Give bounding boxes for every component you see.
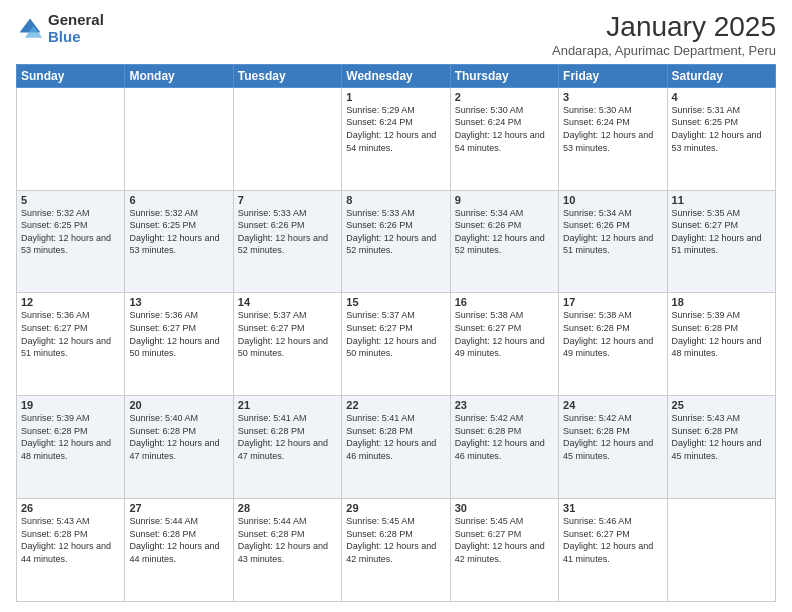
table-row: 6Sunrise: 5:32 AM Sunset: 6:25 PM Daylig… [125,190,233,293]
table-row [233,87,341,190]
table-row: 24Sunrise: 5:42 AM Sunset: 6:28 PM Dayli… [559,396,667,499]
day-info: Sunrise: 5:41 AM Sunset: 6:28 PM Dayligh… [238,412,337,462]
day-number: 2 [455,91,554,103]
table-row: 28Sunrise: 5:44 AM Sunset: 6:28 PM Dayli… [233,499,341,602]
day-info: Sunrise: 5:43 AM Sunset: 6:28 PM Dayligh… [21,515,120,565]
day-number: 15 [346,296,445,308]
day-number: 23 [455,399,554,411]
table-row: 23Sunrise: 5:42 AM Sunset: 6:28 PM Dayli… [450,396,558,499]
table-row: 12Sunrise: 5:36 AM Sunset: 6:27 PM Dayli… [17,293,125,396]
col-sunday: Sunday [17,64,125,87]
table-row [125,87,233,190]
day-info: Sunrise: 5:35 AM Sunset: 6:27 PM Dayligh… [672,207,771,257]
day-number: 31 [563,502,662,514]
table-row: 11Sunrise: 5:35 AM Sunset: 6:27 PM Dayli… [667,190,775,293]
day-info: Sunrise: 5:36 AM Sunset: 6:27 PM Dayligh… [129,309,228,359]
day-info: Sunrise: 5:34 AM Sunset: 6:26 PM Dayligh… [455,207,554,257]
table-row: 26Sunrise: 5:43 AM Sunset: 6:28 PM Dayli… [17,499,125,602]
table-row: 3Sunrise: 5:30 AM Sunset: 6:24 PM Daylig… [559,87,667,190]
day-number: 17 [563,296,662,308]
day-info: Sunrise: 5:39 AM Sunset: 6:28 PM Dayligh… [21,412,120,462]
day-number: 30 [455,502,554,514]
day-info: Sunrise: 5:37 AM Sunset: 6:27 PM Dayligh… [238,309,337,359]
table-row: 16Sunrise: 5:38 AM Sunset: 6:27 PM Dayli… [450,293,558,396]
calendar-week-1: 1Sunrise: 5:29 AM Sunset: 6:24 PM Daylig… [17,87,776,190]
day-number: 24 [563,399,662,411]
day-info: Sunrise: 5:40 AM Sunset: 6:28 PM Dayligh… [129,412,228,462]
day-info: Sunrise: 5:41 AM Sunset: 6:28 PM Dayligh… [346,412,445,462]
day-info: Sunrise: 5:42 AM Sunset: 6:28 PM Dayligh… [455,412,554,462]
day-info: Sunrise: 5:30 AM Sunset: 6:24 PM Dayligh… [455,104,554,154]
day-number: 13 [129,296,228,308]
day-info: Sunrise: 5:38 AM Sunset: 6:28 PM Dayligh… [563,309,662,359]
table-row: 21Sunrise: 5:41 AM Sunset: 6:28 PM Dayli… [233,396,341,499]
day-number: 20 [129,399,228,411]
calendar-table: Sunday Monday Tuesday Wednesday Thursday… [16,64,776,602]
day-info: Sunrise: 5:32 AM Sunset: 6:25 PM Dayligh… [129,207,228,257]
sub-title: Andarapa, Apurimac Department, Peru [552,43,776,58]
day-number: 9 [455,194,554,206]
logo-text: General Blue [48,12,104,45]
day-number: 19 [21,399,120,411]
col-tuesday: Tuesday [233,64,341,87]
title-block: January 2025 Andarapa, Apurimac Departme… [552,12,776,58]
day-number: 5 [21,194,120,206]
table-row [667,499,775,602]
day-number: 6 [129,194,228,206]
day-info: Sunrise: 5:29 AM Sunset: 6:24 PM Dayligh… [346,104,445,154]
table-row: 19Sunrise: 5:39 AM Sunset: 6:28 PM Dayli… [17,396,125,499]
col-thursday: Thursday [450,64,558,87]
table-row: 9Sunrise: 5:34 AM Sunset: 6:26 PM Daylig… [450,190,558,293]
col-friday: Friday [559,64,667,87]
logo-general-text: General [48,12,104,29]
table-row: 14Sunrise: 5:37 AM Sunset: 6:27 PM Dayli… [233,293,341,396]
table-row: 10Sunrise: 5:34 AM Sunset: 6:26 PM Dayli… [559,190,667,293]
day-info: Sunrise: 5:33 AM Sunset: 6:26 PM Dayligh… [238,207,337,257]
logo: General Blue [16,12,104,45]
table-row: 29Sunrise: 5:45 AM Sunset: 6:28 PM Dayli… [342,499,450,602]
day-info: Sunrise: 5:45 AM Sunset: 6:27 PM Dayligh… [455,515,554,565]
table-row: 1Sunrise: 5:29 AM Sunset: 6:24 PM Daylig… [342,87,450,190]
day-number: 22 [346,399,445,411]
calendar-week-5: 26Sunrise: 5:43 AM Sunset: 6:28 PM Dayli… [17,499,776,602]
day-info: Sunrise: 5:34 AM Sunset: 6:26 PM Dayligh… [563,207,662,257]
day-number: 1 [346,91,445,103]
table-row: 31Sunrise: 5:46 AM Sunset: 6:27 PM Dayli… [559,499,667,602]
day-number: 21 [238,399,337,411]
day-info: Sunrise: 5:44 AM Sunset: 6:28 PM Dayligh… [129,515,228,565]
calendar-week-2: 5Sunrise: 5:32 AM Sunset: 6:25 PM Daylig… [17,190,776,293]
table-row: 22Sunrise: 5:41 AM Sunset: 6:28 PM Dayli… [342,396,450,499]
calendar-week-4: 19Sunrise: 5:39 AM Sunset: 6:28 PM Dayli… [17,396,776,499]
calendar-week-3: 12Sunrise: 5:36 AM Sunset: 6:27 PM Dayli… [17,293,776,396]
table-row: 4Sunrise: 5:31 AM Sunset: 6:25 PM Daylig… [667,87,775,190]
day-info: Sunrise: 5:46 AM Sunset: 6:27 PM Dayligh… [563,515,662,565]
day-info: Sunrise: 5:42 AM Sunset: 6:28 PM Dayligh… [563,412,662,462]
table-row: 15Sunrise: 5:37 AM Sunset: 6:27 PM Dayli… [342,293,450,396]
day-number: 11 [672,194,771,206]
day-info: Sunrise: 5:32 AM Sunset: 6:25 PM Dayligh… [21,207,120,257]
day-number: 3 [563,91,662,103]
table-row: 13Sunrise: 5:36 AM Sunset: 6:27 PM Dayli… [125,293,233,396]
day-number: 4 [672,91,771,103]
table-row: 2Sunrise: 5:30 AM Sunset: 6:24 PM Daylig… [450,87,558,190]
table-row: 25Sunrise: 5:43 AM Sunset: 6:28 PM Dayli… [667,396,775,499]
day-number: 8 [346,194,445,206]
header: General Blue January 2025 Andarapa, Apur… [16,12,776,58]
table-row: 27Sunrise: 5:44 AM Sunset: 6:28 PM Dayli… [125,499,233,602]
table-row: 17Sunrise: 5:38 AM Sunset: 6:28 PM Dayli… [559,293,667,396]
table-row: 7Sunrise: 5:33 AM Sunset: 6:26 PM Daylig… [233,190,341,293]
day-info: Sunrise: 5:39 AM Sunset: 6:28 PM Dayligh… [672,309,771,359]
day-info: Sunrise: 5:45 AM Sunset: 6:28 PM Dayligh… [346,515,445,565]
logo-blue-text: Blue [48,29,104,46]
table-row: 5Sunrise: 5:32 AM Sunset: 6:25 PM Daylig… [17,190,125,293]
day-number: 14 [238,296,337,308]
table-row: 20Sunrise: 5:40 AM Sunset: 6:28 PM Dayli… [125,396,233,499]
day-number: 16 [455,296,554,308]
logo-icon [16,15,44,43]
table-row: 30Sunrise: 5:45 AM Sunset: 6:27 PM Dayli… [450,499,558,602]
col-wednesday: Wednesday [342,64,450,87]
day-number: 18 [672,296,771,308]
day-number: 7 [238,194,337,206]
day-number: 25 [672,399,771,411]
page: General Blue January 2025 Andarapa, Apur… [0,0,792,612]
